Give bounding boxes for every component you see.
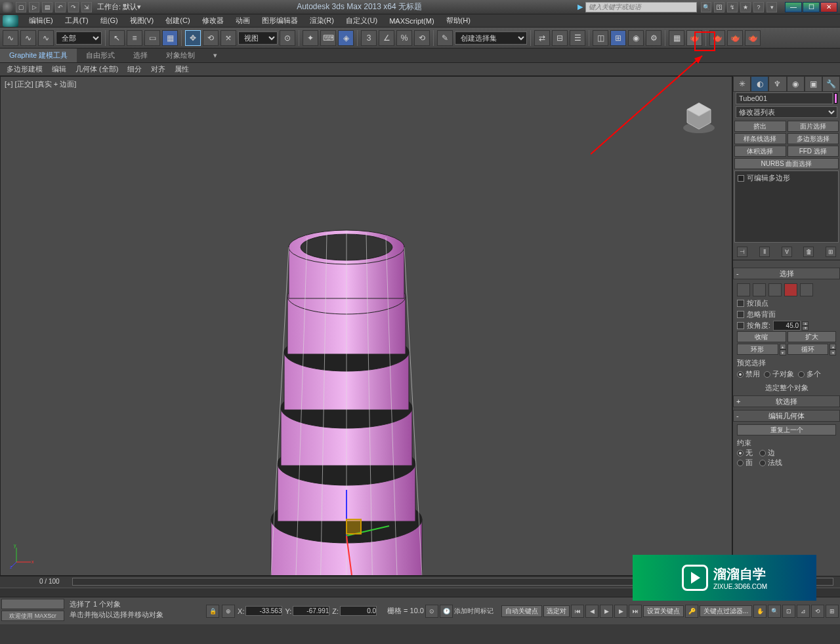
menu-customize[interactable]: 自定义(U): [341, 14, 383, 27]
show-end-icon[interactable]: Ⅱ: [759, 247, 770, 257]
remove-mod-icon[interactable]: 🗑: [803, 247, 814, 257]
expand-icon[interactable]: [738, 175, 744, 182]
pivot-icon[interactable]: ⊙: [280, 30, 295, 46]
align-icon[interactable]: ⊟: [552, 30, 568, 46]
ring-button[interactable]: 环形: [737, 344, 778, 355]
abs-rel-icon[interactable]: ⊕: [222, 605, 235, 618]
x-coord-input[interactable]: [245, 606, 282, 616]
viewcube-icon[interactable]: [679, 96, 719, 136]
create-tab-icon[interactable]: ✳: [733, 76, 751, 92]
snap3-icon[interactable]: 3: [361, 30, 377, 46]
preview-multi-radio[interactable]: [798, 371, 805, 378]
subobj-element-icon[interactable]: [800, 283, 813, 296]
nav-pan-icon[interactable]: ✋: [753, 605, 766, 618]
mirror-icon[interactable]: ⇄: [534, 30, 550, 46]
teapot2-icon[interactable]: 🫖: [727, 30, 743, 46]
preview-off-radio[interactable]: [737, 371, 744, 378]
hierarchy-tab-icon[interactable]: ♆: [768, 76, 786, 92]
preset-nurbs[interactable]: NURBS 曲面选择: [734, 158, 839, 169]
modifier-stack[interactable]: 可编辑多边形: [734, 171, 839, 243]
tab-graphite[interactable]: Graphite 建模工具: [0, 49, 77, 62]
constraint-edge-radio[interactable]: [759, 450, 766, 456]
qat-redo-icon[interactable]: ↷: [68, 2, 79, 12]
spinner-snap-icon[interactable]: ⟲: [414, 30, 430, 46]
prev-frame-icon[interactable]: ◀: [585, 605, 598, 618]
ring-down-icon[interactable]: ▾: [780, 350, 786, 355]
autokey-button[interactable]: 自动关键点: [501, 605, 542, 617]
tab-paint[interactable]: 对象绘制: [157, 49, 204, 62]
keymode-icon[interactable]: ⌨: [320, 30, 336, 46]
modify-tab-icon[interactable]: ◐: [751, 76, 768, 92]
subobj-border-icon[interactable]: [768, 283, 782, 296]
select-name-icon[interactable]: ≡: [127, 30, 142, 46]
infocenter-arrow-icon[interactable]: ▶: [578, 3, 583, 11]
close-button[interactable]: ✕: [820, 2, 837, 12]
select-rect-icon[interactable]: ▭: [144, 30, 160, 46]
qat-link-icon[interactable]: ⇲: [81, 2, 92, 12]
rollout-selection[interactable]: -选择: [733, 268, 840, 279]
menu-views[interactable]: 视图(V): [125, 14, 159, 27]
menu-rendering[interactable]: 渲染(R): [304, 14, 339, 27]
selset-button[interactable]: 选定对: [543, 605, 570, 617]
menu-maxscript[interactable]: MAXScript(M): [384, 16, 439, 26]
preview-sub-radio[interactable]: [764, 371, 770, 378]
snap-toggle-icon[interactable]: ◈: [338, 30, 354, 46]
menu-help[interactable]: 帮助(H): [441, 14, 476, 27]
timetag-label[interactable]: 添加时间标记: [454, 607, 494, 616]
percent-snap-icon[interactable]: %: [396, 30, 412, 46]
loop-down-icon[interactable]: ▾: [830, 350, 836, 355]
play-icon[interactable]: ▶: [600, 605, 613, 618]
angle-spinner[interactable]: [773, 321, 801, 331]
menu-animation[interactable]: 动画: [230, 14, 255, 27]
named-selection-set[interactable]: 创建选择集: [455, 31, 527, 45]
help-icon[interactable]: ?: [753, 2, 764, 12]
dropdown-icon[interactable]: ▾: [766, 2, 777, 12]
search-icon[interactable]: 🔍: [701, 2, 711, 12]
loop-up-icon[interactable]: ▴: [830, 344, 836, 350]
viewport[interactable]: [+] [正交] [真实 + 边面]: [0, 76, 732, 576]
qat-undo-icon[interactable]: ↶: [55, 2, 66, 12]
ignore-backfacing-checkbox[interactable]: [737, 311, 744, 318]
matedit-icon[interactable]: ◉: [628, 30, 644, 46]
menu-modifiers[interactable]: 修改器: [197, 14, 229, 27]
panel-subdiv[interactable]: 细分: [123, 63, 146, 75]
application-menu-icon[interactable]: [3, 15, 18, 27]
grow-button[interactable]: 扩大: [788, 331, 837, 342]
z-coord-input[interactable]: [340, 606, 377, 616]
qat-save-icon[interactable]: ▤: [42, 2, 52, 12]
object-name-input[interactable]: [736, 92, 833, 104]
panel-polymodel[interactable]: 多边形建模: [3, 63, 47, 75]
pin-stack-icon[interactable]: ⊣: [737, 247, 747, 257]
tab-freeform[interactable]: 自由形式: [77, 49, 124, 62]
render-frame-icon[interactable]: ▦: [669, 30, 684, 46]
search-input[interactable]: [585, 2, 697, 12]
by-vertex-checkbox[interactable]: [737, 300, 744, 307]
goto-start-icon[interactable]: ⏮: [571, 605, 584, 618]
rollout-softsel[interactable]: +软选择: [733, 395, 840, 407]
preset-spline[interactable]: 样条线选择: [734, 133, 786, 144]
script-mini-listener[interactable]: [1, 599, 64, 609]
preset-polyselect[interactable]: 多边形选择: [788, 133, 839, 144]
spin-down-icon[interactable]: ▾: [802, 326, 808, 331]
menu-group[interactable]: 组(G): [95, 14, 123, 27]
utilities-tab-icon[interactable]: 🔧: [822, 76, 840, 92]
link-icon[interactable]: ∿: [3, 30, 18, 46]
window-crossing-icon[interactable]: ▦: [162, 30, 178, 46]
setkey-button[interactable]: 设置关键点: [643, 605, 684, 617]
tube-model[interactable]: [1, 77, 732, 575]
schematic-icon[interactable]: ⊞: [610, 30, 626, 46]
maximize-button[interactable]: ☐: [803, 2, 820, 12]
y-coord-input[interactable]: [293, 606, 329, 616]
panel-align[interactable]: 对齐: [147, 63, 169, 75]
constraint-none-radio[interactable]: [737, 450, 744, 456]
select-icon[interactable]: ↖: [109, 30, 125, 46]
panel-geom[interactable]: 几何体 (全部): [72, 63, 122, 75]
minimize-button[interactable]: —: [785, 2, 802, 12]
qat-open-icon[interactable]: ▷: [29, 2, 39, 12]
scale-icon[interactable]: ⤧: [220, 30, 236, 46]
rotate-icon[interactable]: ⟲: [203, 30, 219, 46]
teapot3-icon[interactable]: 🫖: [745, 30, 761, 46]
motion-tab-icon[interactable]: ◉: [787, 76, 805, 92]
render-setup-icon[interactable]: ⚙: [646, 30, 662, 46]
panel-props[interactable]: 属性: [171, 63, 193, 75]
